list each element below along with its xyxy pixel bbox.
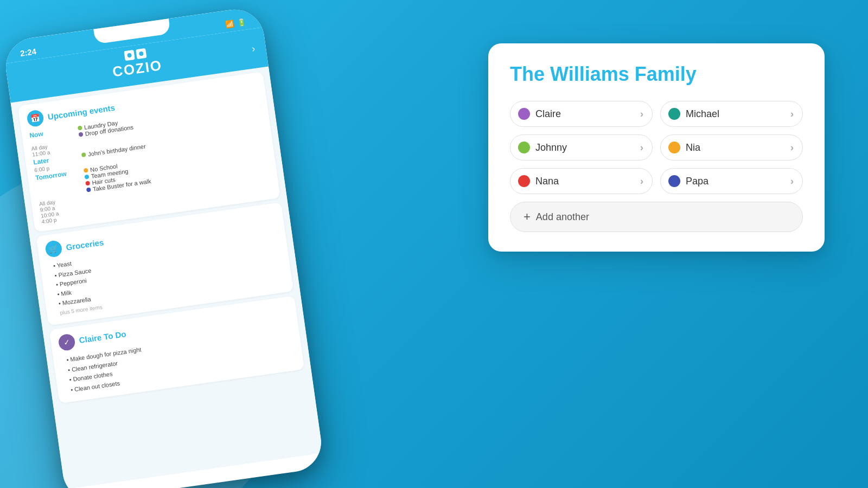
- logo-icon-2: [136, 48, 146, 59]
- svg-point-0: [127, 53, 132, 58]
- dot-buster: [86, 187, 91, 192]
- member-nana[interactable]: Nana ›: [510, 168, 653, 194]
- groceries-icon: 🛒: [44, 240, 63, 258]
- event-dot-laundry: [78, 126, 82, 131]
- member-claire-name: Claire: [535, 108, 561, 120]
- dot-team: [84, 175, 89, 179]
- member-johnny-name: Johnny: [535, 142, 567, 153]
- member-papa-dot: [668, 175, 680, 187]
- dot-noschool: [84, 168, 88, 173]
- groceries-title: Groceries: [65, 237, 104, 252]
- member-nana-name: Nana: [535, 176, 559, 187]
- app-content: 📅 Upcoming events Now Laundry Day Drop o…: [11, 67, 323, 488]
- wifi-icon: 📶: [225, 19, 234, 28]
- member-nana-chevron: ›: [640, 176, 643, 187]
- member-nia-dot: [668, 142, 680, 153]
- family-card: The Williams Family Claire › Michael › J…: [488, 43, 825, 252]
- event-dot-donations: [79, 132, 84, 137]
- battery-icon: 🔋: [237, 17, 246, 27]
- member-michael-dot: [668, 108, 680, 120]
- header-chevron-icon[interactable]: ›: [251, 43, 256, 55]
- events-title: Upcoming events: [47, 102, 116, 121]
- todo-icon: ✓: [58, 333, 76, 351]
- add-another-label: Add another: [536, 211, 589, 223]
- member-nia-name: Nia: [686, 142, 700, 153]
- todo-title: Claire To Do: [79, 329, 127, 345]
- events-icon: 📅: [26, 109, 44, 127]
- member-nia-chevron: ›: [790, 142, 794, 153]
- member-papa-left: Papa: [668, 175, 709, 187]
- phone-time: 2:24: [20, 46, 37, 57]
- member-johnny-chevron: ›: [640, 142, 643, 153]
- member-michael-name: Michael: [686, 108, 719, 120]
- tomorrow-label: Tomorrow: [35, 168, 81, 200]
- member-michael-left: Michael: [668, 108, 719, 120]
- member-claire-dot: [518, 108, 530, 120]
- app-logo-text: COZIO: [111, 57, 163, 81]
- member-nana-dot: [518, 175, 530, 187]
- event-birthday-text: John's birthday dinner: [87, 143, 146, 158]
- add-icon: +: [524, 210, 531, 224]
- member-claire-chevron: ›: [640, 108, 643, 120]
- member-johnny[interactable]: Johnny ›: [510, 134, 653, 160]
- member-michael-chevron: ›: [790, 108, 794, 120]
- app-logo: COZIO: [110, 46, 164, 80]
- member-claire[interactable]: Claire ›: [510, 101, 653, 127]
- add-another-button[interactable]: + Add another: [510, 202, 803, 232]
- svg-point-1: [139, 51, 144, 56]
- member-johnny-dot: [518, 142, 530, 153]
- event-dot-birthday: [81, 152, 86, 157]
- status-icons: 📶 🔋: [225, 17, 246, 28]
- family-title: The Williams Family: [510, 63, 803, 86]
- tomorrow-times: All day 9:00 a 10:00 a 4:00 p: [39, 195, 85, 225]
- member-johnny-left: Johnny: [518, 142, 567, 153]
- member-nana-left: Nana: [518, 175, 559, 187]
- dot-haircuts: [85, 181, 90, 186]
- family-grid: Claire › Michael › Johnny › Nia: [510, 101, 803, 194]
- member-papa[interactable]: Papa ›: [660, 168, 803, 194]
- logo-icon-1: [124, 50, 135, 61]
- member-claire-left: Claire: [518, 108, 561, 120]
- member-nia-left: Nia: [668, 142, 700, 153]
- member-papa-name: Papa: [686, 176, 709, 187]
- member-papa-chevron: ›: [790, 176, 794, 187]
- member-nia[interactable]: Nia ›: [660, 134, 803, 160]
- member-michael[interactable]: Michael ›: [660, 101, 803, 127]
